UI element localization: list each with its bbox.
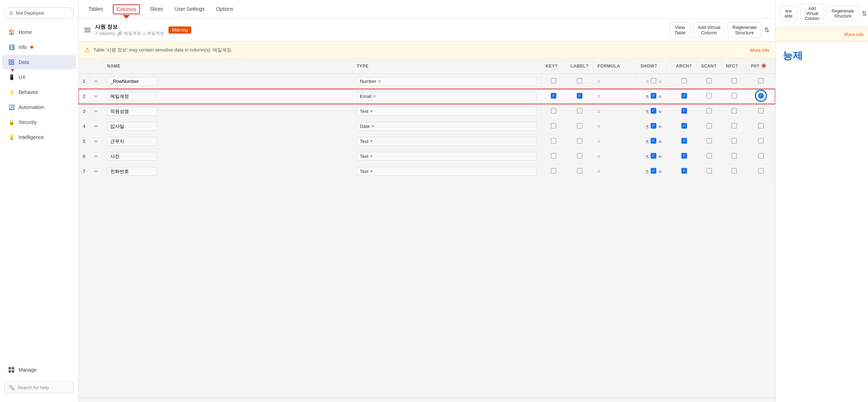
edit-icon-cell[interactable]: ✏ [90, 164, 103, 179]
edit-icon-cell[interactable]: ✏ [90, 149, 103, 164]
regenerate-structure-button[interactable]: RegenerateStructure [728, 22, 761, 38]
show-eye-icon[interactable]: 👁 [658, 139, 662, 145]
arch-checkbox[interactable] [681, 138, 687, 144]
label-checkbox[interactable] [577, 123, 582, 129]
scan-checkbox[interactable] [706, 78, 712, 84]
nfc-checkbox[interactable] [731, 123, 737, 129]
edit-pencil-icon[interactable]: ✏ [94, 154, 98, 159]
nfc-checkbox[interactable] [731, 78, 737, 84]
pii-checkbox[interactable] [758, 78, 764, 84]
nav-options[interactable]: Options [215, 0, 234, 18]
key-checkbox[interactable] [551, 123, 556, 129]
nav-slices[interactable]: Slices [148, 0, 165, 18]
label-checkbox[interactable] [577, 168, 582, 174]
right-view-table-button[interactable]: iewable [780, 6, 797, 21]
show-eye-icon[interactable]: 👁 [658, 124, 662, 130]
right-regenerate-structure-button[interactable]: RegenerateStructure [827, 6, 859, 21]
warning-badge[interactable]: Warning [168, 26, 191, 34]
arch-checkbox[interactable] [681, 153, 687, 159]
column-name-input[interactable] [107, 152, 157, 161]
show-icon[interactable]: ⚗ [645, 79, 649, 85]
show-checkbox[interactable] [651, 108, 656, 114]
search-help-input[interactable]: 🔍 Search for help [4, 382, 74, 393]
edit-icon-cell[interactable]: ✏ [90, 89, 103, 104]
scan-checkbox[interactable] [706, 93, 712, 99]
nav-user-settings[interactable]: User Settings [173, 0, 206, 18]
pii-checkbox[interactable] [758, 93, 764, 99]
column-name-input[interactable] [107, 92, 157, 101]
show-toggle[interactable] [651, 78, 656, 84]
arch-checkbox[interactable] [681, 168, 687, 174]
show-funnel-icon[interactable]: ⚗ [645, 109, 649, 115]
add-virtual-column-button[interactable]: Add VirtualColumn [693, 22, 725, 38]
show-funnel-icon[interactable]: ⚗ [645, 154, 649, 160]
scan-checkbox[interactable] [706, 108, 712, 114]
more-options-icon[interactable]: ⇅ [764, 26, 769, 34]
nfc-checkbox[interactable] [731, 168, 737, 174]
column-type-select[interactable]: Text▼ [357, 107, 537, 116]
sidebar-item-behavior[interactable]: ⚡ Behavior [2, 85, 76, 99]
label-checkbox[interactable] [577, 153, 582, 159]
arch-checkbox[interactable] [681, 123, 687, 129]
label-checkbox[interactable] [577, 78, 582, 84]
nav-tables[interactable]: Tables [87, 0, 104, 18]
edit-pencil-icon[interactable]: ✏ [94, 169, 98, 174]
view-table-button[interactable]: ViewTable [670, 22, 690, 38]
column-name-input[interactable] [107, 137, 157, 146]
column-type-select[interactable]: Text▼ [357, 137, 537, 146]
column-name-input[interactable] [107, 77, 157, 86]
show-funnel-icon[interactable]: ⚗ [645, 139, 649, 145]
key-checkbox[interactable] [551, 78, 556, 84]
label-checkbox[interactable] [577, 93, 582, 99]
pii-checkbox[interactable] [758, 123, 764, 129]
pii-checkbox[interactable] [758, 168, 764, 174]
right-more-info-link[interactable]: More info [844, 32, 864, 37]
scan-checkbox[interactable] [706, 168, 712, 174]
scan-checkbox[interactable] [706, 153, 712, 159]
edit-icon-cell[interactable]: ✏ [90, 104, 103, 119]
column-type-select[interactable]: Text▼ [357, 152, 537, 161]
show-checkbox[interactable] [651, 168, 656, 174]
nav-columns[interactable]: Columns [113, 4, 140, 14]
sidebar-item-automation[interactable]: 🔄 Automation [2, 100, 76, 114]
show-funnel-icon[interactable]: ⚗ [645, 169, 649, 175]
key-checkbox[interactable] [551, 168, 556, 174]
edit-icon-cell[interactable]: ✏ [90, 134, 103, 149]
column-type-select[interactable]: Email▼ [357, 92, 537, 101]
edit-pencil-icon[interactable]: ✏ [94, 139, 98, 144]
edit-pencil-icon[interactable]: ✏ [94, 94, 98, 99]
sidebar-item-home[interactable]: 🏠 Home [2, 25, 76, 39]
pii-checkbox[interactable] [758, 138, 764, 144]
right-more-options-icon[interactable]: ⇅ [862, 10, 867, 18]
show-eye-icon[interactable]: 👁 [658, 154, 662, 160]
hamburger-menu[interactable] [84, 28, 91, 32]
edit-icon-cell[interactable]: ✏ [90, 119, 103, 134]
edit-pencil-icon[interactable]: ✏ [94, 109, 98, 114]
edit-pencil-icon[interactable]: ✏ [94, 124, 98, 129]
sidebar-item-info[interactable]: ℹ️ Info [2, 40, 76, 54]
label-checkbox[interactable] [577, 138, 582, 144]
column-name-input[interactable] [107, 167, 157, 176]
arch-checkbox[interactable] [681, 78, 687, 84]
nfc-checkbox[interactable] [731, 93, 737, 99]
column-type-select[interactable]: Number▼ [357, 77, 537, 86]
label-checkbox[interactable] [577, 108, 582, 114]
pii-checkbox[interactable] [758, 153, 764, 159]
arch-checkbox[interactable] [681, 108, 687, 114]
more-info-link[interactable]: More info [750, 48, 769, 53]
nfc-checkbox[interactable] [731, 108, 737, 114]
nfc-checkbox[interactable] [731, 153, 737, 159]
sidebar-item-manage[interactable]: Manage [2, 363, 76, 377]
not-deployed-button[interactable]: ⊘ Not Deployed [4, 7, 74, 19]
show-checkbox[interactable] [651, 123, 656, 129]
key-checkbox[interactable] [551, 108, 556, 114]
edit-pencil-icon[interactable]: ✏ [94, 79, 98, 84]
key-checkbox[interactable] [551, 153, 556, 159]
show-funnel-icon[interactable]: ⚗ [645, 124, 649, 130]
sidebar-item-data[interactable]: Data ▼ [2, 55, 76, 69]
column-type-select[interactable]: Text▼ [357, 167, 537, 176]
show-eye-icon[interactable]: 👁 [658, 109, 662, 115]
column-name-input[interactable] [107, 122, 157, 131]
arch-checkbox[interactable] [681, 93, 687, 99]
show-checkbox[interactable] [651, 153, 656, 159]
